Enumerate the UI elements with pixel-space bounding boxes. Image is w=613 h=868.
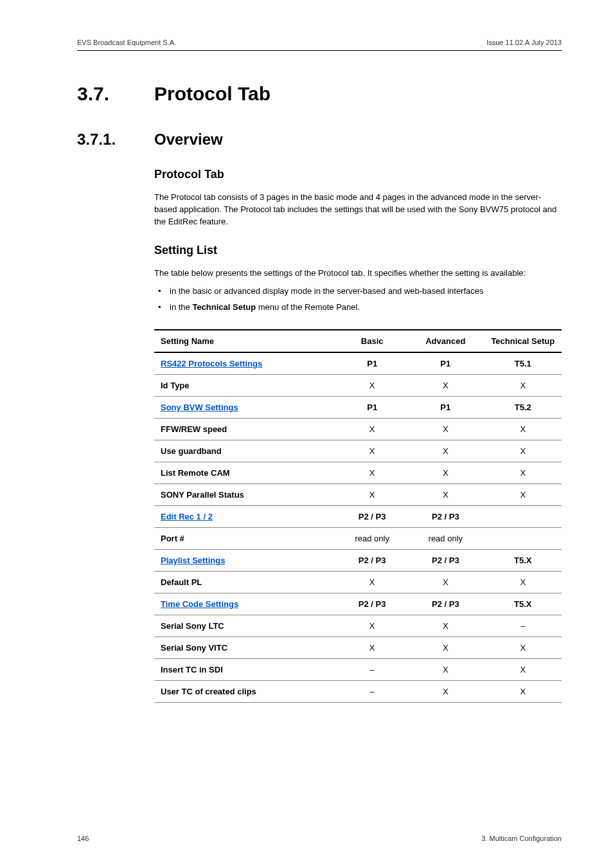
header-right: Issue 11.02.A July 2013 <box>486 39 562 46</box>
table-row: Default PLXXX <box>154 572 562 593</box>
cell-setting-name[interactable]: Edit Rec 1 / 2 <box>154 506 337 528</box>
cell-adv: P2 / P3 <box>407 593 484 615</box>
cell-tech <box>484 506 562 528</box>
cell-adv: P1 <box>407 397 484 419</box>
setting-link[interactable]: Playlist Settings <box>161 556 225 565</box>
cell-setting-name: Default PL <box>154 572 337 593</box>
cell-setting-name[interactable]: Time Code Settings <box>154 593 337 615</box>
table-row: SONY Parallel StatusXXX <box>154 484 562 506</box>
cell-adv: X <box>407 659 484 681</box>
col-setting-name: Setting Name <box>154 330 337 352</box>
cell-basic: X <box>337 419 407 440</box>
setting-list-bullets: in the basic or advanced display mode in… <box>154 285 562 314</box>
cell-tech: X <box>484 375 562 397</box>
table-row: User TC of created clips–XX <box>154 681 562 703</box>
footer-chapter: 3. Multicam Configuration <box>481 835 562 842</box>
cell-tech: X <box>484 462 562 484</box>
cell-tech: X <box>484 659 562 681</box>
cell-tech: X <box>484 681 562 703</box>
cell-setting-name: FFW/REW speed <box>154 419 337 440</box>
col-advanced: Advanced <box>407 330 484 352</box>
setting-link[interactable]: Edit Rec 1 / 2 <box>161 512 213 521</box>
setting-link[interactable]: Time Code Settings <box>161 599 238 609</box>
cell-setting-name: SONY Parallel Status <box>154 484 337 506</box>
cell-tech: X <box>484 440 562 462</box>
cell-basic: X <box>337 375 407 397</box>
table-row: List Remote CAMXXX <box>154 462 562 484</box>
protocol-tab-heading: Protocol Tab <box>154 168 562 181</box>
table-row: Insert TC in SDI–XX <box>154 659 562 681</box>
cell-adv: P2 / P3 <box>407 506 484 528</box>
protocol-tab-paragraph: The Protocol tab consists of 3 pages in … <box>154 192 562 228</box>
cell-tech: X <box>484 419 562 440</box>
setting-link[interactable]: RS422 Protocols Settings <box>161 359 262 368</box>
cell-tech: – <box>484 615 562 637</box>
page-header: EVS Broadcast Equipment S.A. Issue 11.02… <box>77 39 562 51</box>
cell-basic: read only <box>337 528 407 550</box>
table-row: Playlist SettingsP2 / P3P2 / P3T5.X <box>154 550 562 572</box>
table-row: Serial Sony LTCXX– <box>154 615 562 637</box>
table-row: Edit Rec 1 / 2P2 / P3P2 / P3 <box>154 506 562 528</box>
subsection-number: 3.7.1. <box>77 131 154 149</box>
cell-adv: read only <box>407 528 484 550</box>
cell-basic: P1 <box>337 397 407 419</box>
cell-basic: – <box>337 681 407 703</box>
cell-adv: P2 / P3 <box>407 550 484 572</box>
setting-list-heading: Setting List <box>154 244 562 257</box>
table-row: FFW/REW speedXXX <box>154 419 562 440</box>
table-row: Id TypeXXX <box>154 375 562 397</box>
table-row: Sony BVW SettingsP1P1T5.2 <box>154 397 562 419</box>
col-technical-setup: Technical Setup <box>484 330 562 352</box>
cell-setting-name: User TC of created clips <box>154 681 337 703</box>
list-item: in the Technical Setup menu of the Remot… <box>154 302 562 314</box>
cell-basic: P2 / P3 <box>337 506 407 528</box>
cell-adv: X <box>407 615 484 637</box>
cell-tech: X <box>484 572 562 593</box>
cell-adv: X <box>407 462 484 484</box>
cell-setting-name: List Remote CAM <box>154 462 337 484</box>
cell-adv: X <box>407 637 484 659</box>
cell-setting-name: Serial Sony VITC <box>154 637 337 659</box>
cell-tech: T5.X <box>484 550 562 572</box>
subsection-heading: 3.7.1. Overview <box>77 131 562 149</box>
cell-adv: X <box>407 440 484 462</box>
section-heading: 3.7. Protocol Tab <box>77 83 562 105</box>
cell-tech <box>484 528 562 550</box>
cell-adv: P1 <box>407 352 484 375</box>
table-row: Port #read onlyread only <box>154 528 562 550</box>
cell-setting-name[interactable]: RS422 Protocols Settings <box>154 352 337 375</box>
table-header-row: Setting Name Basic Advanced Technical Se… <box>154 330 562 352</box>
cell-basic: X <box>337 462 407 484</box>
cell-adv: X <box>407 572 484 593</box>
cell-setting-name: Id Type <box>154 375 337 397</box>
cell-adv: X <box>407 419 484 440</box>
table-row: Time Code SettingsP2 / P3P2 / P3T5.X <box>154 593 562 615</box>
cell-basic: – <box>337 659 407 681</box>
cell-setting-name[interactable]: Playlist Settings <box>154 550 337 572</box>
cell-basic: X <box>337 484 407 506</box>
cell-basic: P1 <box>337 352 407 375</box>
cell-basic: X <box>337 572 407 593</box>
settings-table: Setting Name Basic Advanced Technical Se… <box>154 329 562 703</box>
page-number: 146 <box>77 835 89 842</box>
section-number: 3.7. <box>77 83 154 105</box>
cell-basic: P2 / P3 <box>337 550 407 572</box>
page-footer: 146 3. Multicam Configuration <box>77 835 562 842</box>
cell-adv: X <box>407 375 484 397</box>
list-item: in the basic or advanced display mode in… <box>154 285 562 298</box>
setting-list-paragraph: The table below presents the settings of… <box>154 267 562 280</box>
cell-adv: X <box>407 681 484 703</box>
cell-setting-name: Port # <box>154 528 337 550</box>
header-left: EVS Broadcast Equipment S.A. <box>77 39 176 46</box>
cell-basic: X <box>337 440 407 462</box>
table-row: RS422 Protocols SettingsP1P1T5.1 <box>154 352 562 375</box>
cell-setting-name: Serial Sony LTC <box>154 615 337 637</box>
cell-basic: X <box>337 615 407 637</box>
cell-tech: T5.2 <box>484 397 562 419</box>
col-basic: Basic <box>337 330 407 352</box>
setting-link[interactable]: Sony BVW Settings <box>161 402 238 412</box>
subsection-title: Overview <box>154 131 223 149</box>
cell-basic: X <box>337 637 407 659</box>
cell-setting-name[interactable]: Sony BVW Settings <box>154 397 337 419</box>
cell-adv: X <box>407 484 484 506</box>
